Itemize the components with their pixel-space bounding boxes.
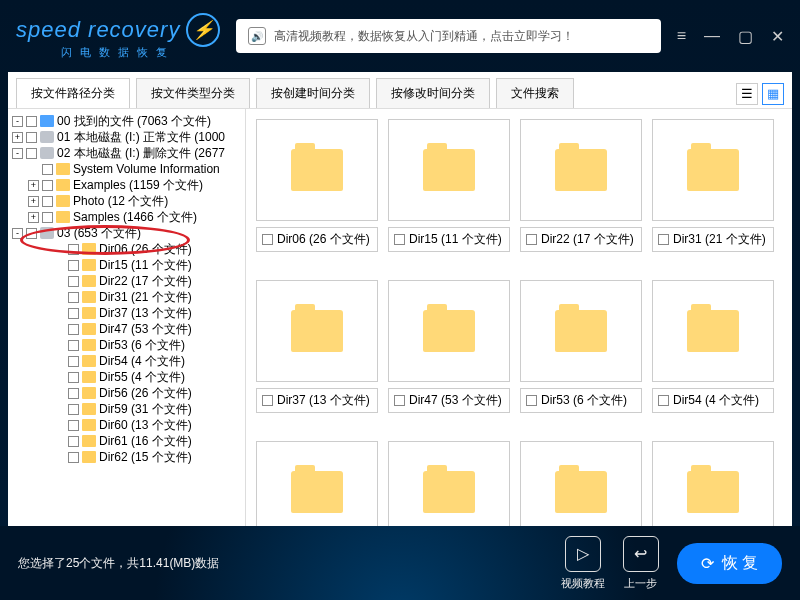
tree-row[interactable]: +01 本地磁盘 (I:) 正常文件 (1000 [10, 129, 243, 145]
back-button[interactable]: ↩ 上一步 [623, 536, 659, 591]
checkbox[interactable] [26, 228, 37, 239]
expand-toggle[interactable]: + [28, 212, 39, 223]
folder-card[interactable]: Dir06 (26 个文件) [256, 119, 378, 252]
folder-card[interactable]: Dir37 (13 个文件) [256, 280, 378, 413]
checkbox[interactable] [68, 292, 79, 303]
tree-row[interactable]: -00 找到的文件 (7063 个文件) [10, 113, 243, 129]
tree-row[interactable]: Dir54 (4 个文件) [10, 353, 243, 369]
checkbox[interactable] [658, 395, 669, 406]
expand-toggle[interactable]: - [12, 228, 23, 239]
checkbox[interactable] [26, 148, 37, 159]
tree-label: Dir62 (15 个文件) [99, 449, 192, 465]
close-button[interactable]: ✕ [771, 27, 784, 46]
footer: 您选择了25个文件，共11.41(MB)数据 ▷ 视频教程 ↩ 上一步 ⟳ 恢 … [0, 526, 800, 600]
tree-row[interactable]: Dir37 (13 个文件) [10, 305, 243, 321]
tree-row[interactable]: +Photo (12 个文件) [10, 193, 243, 209]
folder-card[interactable]: Dir53 (6 个文件) [520, 280, 642, 413]
file-tree[interactable]: -00 找到的文件 (7063 个文件)+01 本地磁盘 (I:) 正常文件 (… [8, 109, 246, 526]
checkbox[interactable] [68, 308, 79, 319]
checkbox[interactable] [526, 395, 537, 406]
list-view-button[interactable]: ☰ [736, 83, 758, 105]
folder-card[interactable]: Dir15 (11 个文件) [388, 119, 510, 252]
checkbox[interactable] [68, 356, 79, 367]
checkbox[interactable] [262, 234, 273, 245]
tutorial-banner[interactable]: 🔊 高清视频教程，数据恢复从入门到精通，点击立即学习！ [236, 19, 660, 53]
checkbox[interactable] [68, 436, 79, 447]
checkbox[interactable] [68, 276, 79, 287]
minimize-button[interactable]: — [704, 27, 720, 46]
recover-button[interactable]: ⟳ 恢 复 [677, 543, 782, 584]
checkbox[interactable] [68, 404, 79, 415]
checkbox[interactable] [68, 452, 79, 463]
checkbox[interactable] [394, 234, 405, 245]
checkbox[interactable] [42, 196, 53, 207]
folder-card[interactable] [256, 441, 378, 526]
checkbox[interactable] [68, 324, 79, 335]
tree-row[interactable]: Dir15 (11 个文件) [10, 257, 243, 273]
logo-subtitle: 闪电数据恢复 [61, 45, 175, 60]
tree-row[interactable]: +Samples (1466 个文件) [10, 209, 243, 225]
folder-card[interactable]: Dir47 (53 个文件) [388, 280, 510, 413]
checkbox[interactable] [526, 234, 537, 245]
speaker-icon: 🔊 [248, 27, 266, 45]
expand-toggle[interactable]: - [12, 148, 23, 159]
video-tutorial-button[interactable]: ▷ 视频教程 [561, 536, 605, 591]
tree-row[interactable]: Dir61 (16 个文件) [10, 433, 243, 449]
checkbox[interactable] [26, 132, 37, 143]
tree-label: Dir54 (4 个文件) [99, 353, 185, 369]
folder-card[interactable] [520, 441, 642, 526]
tree-row[interactable]: Dir31 (21 个文件) [10, 289, 243, 305]
maximize-button[interactable]: ▢ [738, 27, 753, 46]
checkbox[interactable] [262, 395, 273, 406]
folder-card[interactable]: Dir22 (17 个文件) [520, 119, 642, 252]
tree-row[interactable]: Dir56 (26 个文件) [10, 385, 243, 401]
checkbox[interactable] [42, 180, 53, 191]
banner-text: 高清视频教程，数据恢复从入门到精通，点击立即学习！ [274, 28, 574, 45]
checkbox[interactable] [26, 116, 37, 127]
checkbox[interactable] [68, 372, 79, 383]
tree-row[interactable]: Dir60 (13 个文件) [10, 417, 243, 433]
expand-toggle[interactable]: - [12, 116, 23, 127]
folder-card[interactable] [652, 441, 774, 526]
expand-toggle[interactable]: + [28, 180, 39, 191]
checkbox[interactable] [68, 340, 79, 351]
tree-row[interactable]: +Examples (1159 个文件) [10, 177, 243, 193]
tree-label: Dir56 (26 个文件) [99, 385, 192, 401]
tab-by-created[interactable]: 按创建时间分类 [256, 78, 370, 109]
folder-card[interactable]: Dir54 (4 个文件) [652, 280, 774, 413]
tab-by-modified[interactable]: 按修改时间分类 [376, 78, 490, 109]
folder-icon [82, 291, 96, 303]
checkbox[interactable] [658, 234, 669, 245]
checkbox[interactable] [394, 395, 405, 406]
folder-card[interactable] [388, 441, 510, 526]
tree-row[interactable]: Dir22 (17 个文件) [10, 273, 243, 289]
menu-icon[interactable]: ≡ [677, 27, 686, 46]
folder-icon [555, 149, 607, 191]
tree-row[interactable]: Dir55 (4 个文件) [10, 369, 243, 385]
checkbox[interactable] [68, 260, 79, 271]
tab-search[interactable]: 文件搜索 [496, 78, 574, 109]
tree-row[interactable]: -02 本地磁盘 (I:) 删除文件 (2677 [10, 145, 243, 161]
checkbox[interactable] [68, 244, 79, 255]
tree-row[interactable]: Dir59 (31 个文件) [10, 401, 243, 417]
file-grid[interactable]: Dir06 (26 个文件)Dir15 (11 个文件)Dir22 (17 个文… [246, 109, 792, 526]
folder-icon [291, 310, 343, 352]
checkbox[interactable] [68, 388, 79, 399]
checkbox[interactable] [42, 212, 53, 223]
tree-label: Dir55 (4 个文件) [99, 369, 185, 385]
folder-card[interactable]: Dir31 (21 个文件) [652, 119, 774, 252]
checkbox[interactable] [68, 420, 79, 431]
tab-by-type[interactable]: 按文件类型分类 [136, 78, 250, 109]
tree-row[interactable]: Dir47 (53 个文件) [10, 321, 243, 337]
expand-toggle[interactable]: + [28, 196, 39, 207]
grid-view-button[interactable]: ▦ [762, 83, 784, 105]
tree-row[interactable]: -03 (653 个文件) [10, 225, 243, 241]
folder-icon [82, 275, 96, 287]
tab-by-path[interactable]: 按文件路径分类 [16, 78, 130, 109]
checkbox[interactable] [42, 164, 53, 175]
tree-row[interactable]: Dir06 (26 个文件) [10, 241, 243, 257]
expand-toggle[interactable]: + [12, 132, 23, 143]
tree-row[interactable]: Dir53 (6 个文件) [10, 337, 243, 353]
tree-row[interactable]: Dir62 (15 个文件) [10, 449, 243, 465]
tree-row[interactable]: System Volume Information [10, 161, 243, 177]
